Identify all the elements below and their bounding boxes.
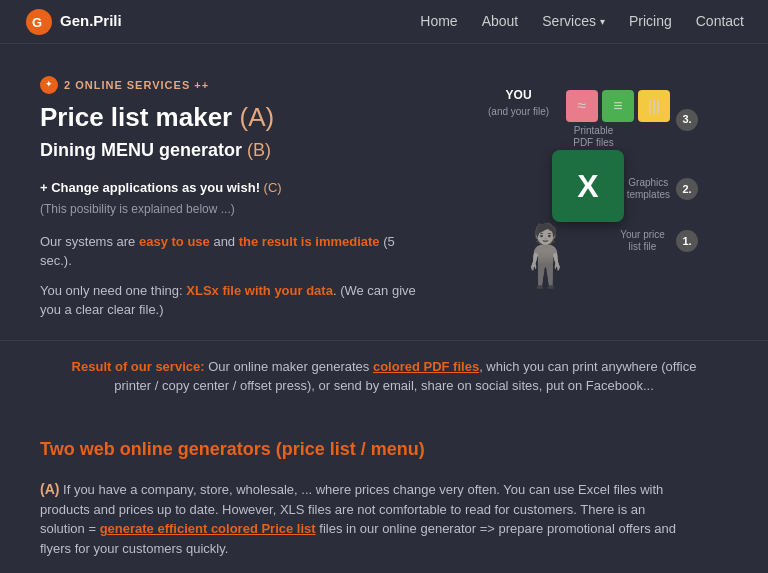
step3-label: Printable PDF files bbox=[566, 125, 621, 149]
navbar: G Gen.Prili Home About Services ▾ Pricin… bbox=[0, 0, 768, 44]
chevron-down-icon: ▾ bbox=[600, 14, 605, 29]
hero-section: ✦ 2 ONLINE SERVICES ++ Price list maker … bbox=[0, 44, 768, 340]
title-dining-menu: Dining MENU generator (B) bbox=[40, 137, 428, 164]
badge-icon: ✦ bbox=[40, 76, 58, 94]
nav-pricing[interactable]: Pricing bbox=[629, 13, 672, 29]
step2-group: Graphics templates 2. bbox=[627, 177, 698, 201]
hero-diagram: YOU (and your file) ≈ ≡ ||| Printable PD… bbox=[448, 76, 728, 320]
logo-text: Gen.Prili bbox=[60, 10, 122, 33]
nav-about[interactable]: About bbox=[482, 13, 519, 29]
generators-section: Two web online generators (price list / … bbox=[0, 412, 768, 573]
nav-services[interactable]: Services ▾ bbox=[542, 11, 605, 32]
svg-text:G: G bbox=[32, 15, 42, 30]
pdf-icon-1: ≈ bbox=[566, 90, 598, 122]
step3-group: ≈ ≡ ||| Printable PDF files 3. bbox=[566, 90, 698, 149]
change-apps: + Change applications as you wish! (C) (… bbox=[40, 178, 428, 218]
desc-easy: Our systems are easy to use and the resu… bbox=[40, 232, 428, 271]
result-section: Result of our service: Our online maker … bbox=[0, 340, 768, 412]
person-figure: 🧍 bbox=[508, 226, 583, 286]
hero-left: ✦ 2 ONLINE SERVICES ++ Price list maker … bbox=[40, 76, 428, 320]
nav-links: Home About Services ▾ Pricing Contact bbox=[420, 11, 744, 32]
step1-group: Your price list file 1. bbox=[615, 229, 698, 253]
diagram-you: YOU (and your file) bbox=[488, 86, 549, 119]
excel-icon: X bbox=[552, 150, 624, 222]
generators-title: Two web online generators (price list / … bbox=[40, 436, 728, 463]
logo[interactable]: G Gen.Prili bbox=[24, 7, 122, 37]
logo-icon: G bbox=[24, 7, 54, 37]
step2-label: Graphics templates bbox=[627, 177, 670, 201]
diagram: YOU (and your file) ≈ ≡ ||| Printable PD… bbox=[458, 86, 718, 286]
badge-text: 2 ONLINE SERVICES ++ bbox=[64, 77, 209, 94]
result-text: Result of our service: Our online maker … bbox=[64, 357, 704, 396]
nav-home[interactable]: Home bbox=[420, 13, 457, 29]
pdf-icon-2: ≡ bbox=[602, 90, 634, 122]
title-price-list: Price list maker (A) bbox=[40, 102, 428, 133]
step2-num: 2. bbox=[676, 178, 698, 200]
pdf-icon-3: ||| bbox=[638, 90, 670, 122]
step1-num: 1. bbox=[676, 230, 698, 252]
step1-label: Your price list file bbox=[615, 229, 670, 253]
desc-file: You only need one thing: XLSx file with … bbox=[40, 281, 428, 320]
step3-num: 3. bbox=[676, 109, 698, 131]
nav-contact[interactable]: Contact bbox=[696, 13, 744, 29]
online-badge: ✦ 2 ONLINE SERVICES ++ bbox=[40, 76, 428, 94]
generator-item-a: (A) If you have a company, store, wholes… bbox=[40, 479, 680, 559]
